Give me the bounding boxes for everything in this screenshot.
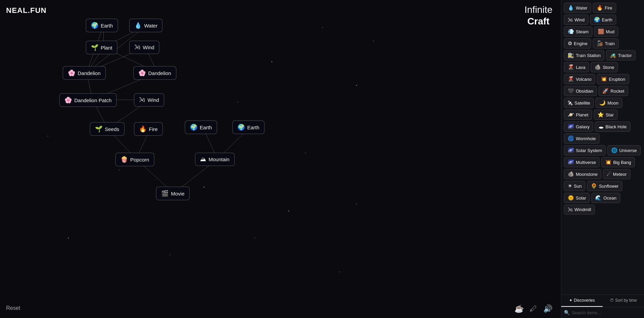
canvas-item-seeds1[interactable]: 🌱Seeds bbox=[90, 122, 124, 136]
sidebar-item-solar[interactable]: 🌞Solar bbox=[564, 193, 590, 203]
canvas-item-earth1[interactable]: 🌍Earth bbox=[86, 19, 118, 32]
canvas-item-wind2[interactable]: 🌬Wind bbox=[134, 93, 164, 107]
canvas-item-dandelionpatch1[interactable]: 🌸Dandelion Patch bbox=[59, 93, 117, 107]
sidebar-item-obsidian[interactable]: 🖤Obsidian bbox=[564, 86, 597, 96]
sidebar: 💧Water🔥Fire🌬Wind🌍Earth💨Steam🟫Mud⚙Engine🚂… bbox=[561, 0, 644, 318]
connections-svg bbox=[0, 0, 563, 318]
sidebar-item-solar-system[interactable]: 🌌Solar System bbox=[564, 145, 606, 155]
sidebar-item-volcano[interactable]: 🌋Volcano bbox=[564, 74, 595, 84]
search-icon: 🔍 bbox=[564, 310, 570, 315]
sidebar-item-tractor[interactable]: 🚜Tractor bbox=[606, 50, 636, 60]
sidebar-item-water[interactable]: 💧Water bbox=[564, 3, 591, 13]
sidebar-item-windmill[interactable]: 🌬Windmill bbox=[564, 205, 595, 214]
sidebar-item-universe[interactable]: 🌐Universe bbox=[607, 145, 640, 155]
sidebar-item-ocean[interactable]: 🌊Ocean bbox=[591, 193, 620, 203]
canvas-item-fire1[interactable]: 🔥Fire bbox=[134, 122, 163, 136]
sidebar-item-star[interactable]: ⭐Star bbox=[594, 110, 618, 120]
sidebar-item-earth[interactable]: 🌍Earth bbox=[590, 15, 616, 25]
canvas-item-dandelion2[interactable]: 🌸Dandelion bbox=[133, 66, 176, 80]
sidebar-item-stone[interactable]: 🪨Stone bbox=[591, 62, 618, 72]
sidebar-items-container: 💧Water🔥Fire🌬Wind🌍Earth💨Steam🟫Mud⚙Engine🚂… bbox=[561, 0, 644, 294]
bottom-icons: ☕ 🖊 🔊 bbox=[514, 304, 552, 313]
logo: NEAL.FUN bbox=[6, 6, 46, 15]
sidebar-item-planet[interactable]: 🪐Planet bbox=[564, 110, 592, 120]
coffee-icon[interactable]: ☕ bbox=[514, 304, 524, 313]
sidebar-tab-discoveries[interactable]: ✦Discoveries bbox=[561, 295, 603, 307]
sidebar-item-eruption[interactable]: 💥Eruption bbox=[597, 74, 629, 84]
search-container: 🔍 bbox=[561, 307, 644, 318]
canvas-item-plant1[interactable]: 🌱Plant bbox=[86, 41, 117, 54]
canvas-item-wind1[interactable]: 🌬Wind bbox=[129, 41, 159, 54]
sidebar-item-sun[interactable]: ☀Sun bbox=[564, 181, 585, 191]
sidebar-item-big-bang[interactable]: 💥Big Bang bbox=[601, 157, 635, 167]
sidebar-item-steam[interactable]: 💨Steam bbox=[564, 26, 592, 37]
game-title: Infinite Craft bbox=[525, 4, 553, 27]
sidebar-bottom: ✦Discoveries⏱Sort by time 🔍 bbox=[561, 294, 644, 318]
sidebar-tabs: ✦Discoveries⏱Sort by time bbox=[561, 295, 644, 307]
reset-button[interactable]: Reset bbox=[6, 305, 20, 311]
search-input[interactable] bbox=[572, 310, 641, 315]
sidebar-tab-sort-by-time[interactable]: ⏱Sort by time bbox=[603, 295, 644, 307]
sidebar-item-satellite[interactable]: 🛰Satellite bbox=[564, 98, 594, 108]
sidebar-item-meteor[interactable]: ☄Meteor bbox=[603, 169, 630, 179]
canvas-item-movie1[interactable]: 🎬Movie bbox=[156, 187, 190, 200]
sidebar-item-train[interactable]: 🚂Train bbox=[593, 38, 618, 49]
canvas-item-dandelion1[interactable]: 🌸Dandelion bbox=[63, 66, 106, 80]
canvas-item-popcorn1[interactable]: 🍿Popcorn bbox=[115, 153, 154, 166]
sidebar-item-fire[interactable]: 🔥Fire bbox=[593, 3, 616, 13]
sidebar-item-wormhole[interactable]: 🌀Wormhole bbox=[564, 133, 600, 144]
sidebar-item-galaxy[interactable]: 🌌Galaxy bbox=[564, 121, 593, 132]
sidebar-item-moon[interactable]: 🌙Moon bbox=[596, 98, 622, 108]
canvas-item-earth2[interactable]: 🌍Earth bbox=[185, 120, 217, 134]
brush-icon[interactable]: 🖊 bbox=[530, 304, 537, 313]
sidebar-item-mud[interactable]: 🟫Mud bbox=[594, 26, 618, 37]
sidebar-item-lava[interactable]: 🌋Lava bbox=[564, 62, 589, 72]
sidebar-item-engine[interactable]: ⚙Engine bbox=[564, 38, 591, 49]
sidebar-item-multiverse[interactable]: 🌌Multiverse bbox=[564, 157, 600, 167]
canvas-item-earth3[interactable]: 🌍Earth bbox=[232, 120, 265, 134]
canvas-item-mountain1[interactable]: ⛰Mountain bbox=[195, 153, 235, 166]
sidebar-item-black-hole[interactable]: 🕳Black Hole bbox=[595, 121, 630, 132]
sidebar-item-moonstone[interactable]: 🪨Moonstone bbox=[564, 169, 601, 179]
sidebar-item-sunflower[interactable]: 🌻Sunflower bbox=[587, 181, 622, 191]
sound-icon[interactable]: 🔊 bbox=[543, 304, 552, 313]
sidebar-item-train-station[interactable]: 🚉Train Station bbox=[564, 50, 604, 60]
sidebar-item-wind[interactable]: 🌬Wind bbox=[564, 15, 588, 25]
sidebar-item-rocket[interactable]: 🚀Rocket bbox=[599, 86, 628, 96]
canvas-area: 🌍Earth💧Water🌱Plant🌬Wind🌸Dandelion🌸Dandel… bbox=[0, 0, 563, 318]
canvas-item-water1[interactable]: 💧Water bbox=[129, 19, 162, 32]
